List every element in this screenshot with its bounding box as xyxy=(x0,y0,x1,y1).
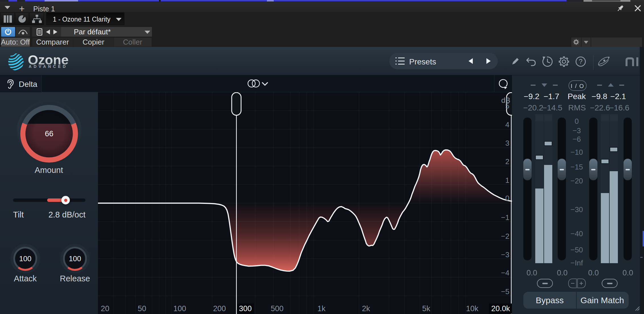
svg-text:?: ? xyxy=(579,58,583,65)
